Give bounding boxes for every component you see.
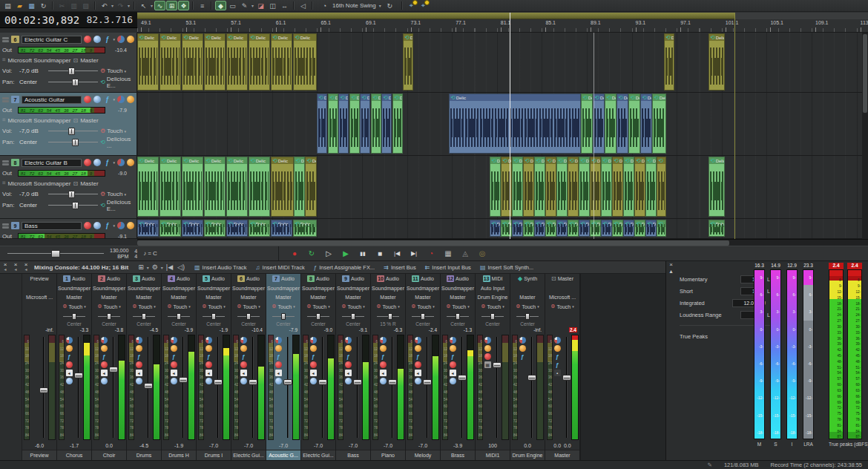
mute-icon[interactable] xyxy=(171,378,177,384)
audio-clip[interactable]: ⟲Delic xyxy=(556,157,568,217)
audio-clip[interactable]: ⟲Delic xyxy=(612,220,623,237)
audio-clip[interactable]: ⟲Delic xyxy=(349,94,360,154)
gain-icon[interactable] xyxy=(171,345,177,352)
object-editor-icon[interactable]: ≡ xyxy=(197,1,208,10)
strip-input[interactable]: Soundmapper xyxy=(197,283,231,292)
mixer-layout-icon-caret[interactable]: ▾ xyxy=(147,265,149,270)
play-from-cursor-button[interactable]: ▷ xyxy=(323,249,334,259)
strip-volume-value[interactable]: 0.0 xyxy=(510,442,545,450)
wet-dry-icon[interactable] xyxy=(117,222,125,229)
swing-reset-icon[interactable]: ↻ xyxy=(384,1,395,10)
audio-clip[interactable]: ⟲Delic xyxy=(590,220,601,237)
pan-handle[interactable] xyxy=(281,313,286,320)
strip-pan-slider[interactable] xyxy=(545,312,579,321)
fader-handle[interactable] xyxy=(249,379,257,385)
automation-mode[interactable]: ⚙Touch▾ xyxy=(100,68,134,74)
audio-clip[interactable]: ⟲Delic xyxy=(381,94,392,154)
gain-icon[interactable] xyxy=(380,345,387,352)
strip-pan-slider[interactable] xyxy=(406,312,440,321)
monitor-icon[interactable]: ◂ xyxy=(310,370,317,376)
automation-caret[interactable]: ▾ xyxy=(433,304,435,309)
output-bus[interactable]: Master xyxy=(80,180,98,187)
fx-icon[interactable]: ƒ xyxy=(103,222,111,229)
audio-clip[interactable]: ⟲Delic xyxy=(545,220,556,237)
record-arm-icon[interactable] xyxy=(171,361,177,368)
wet-dry-icon[interactable] xyxy=(117,96,125,103)
audio-clip[interactable]: ⟲Delic xyxy=(204,220,226,237)
audio-clip[interactable]: ⟲Delic xyxy=(249,157,270,217)
pan-handle[interactable] xyxy=(456,313,460,320)
strip-pan-slider[interactable] xyxy=(301,312,335,321)
audio-clip[interactable]: ⟲Delic xyxy=(160,220,181,237)
mute-icon[interactable] xyxy=(450,378,456,384)
strip-name[interactable]: Electric Gui... xyxy=(231,450,266,460)
track-name[interactable]: Acoustic Guitar xyxy=(22,96,82,104)
strip-input[interactable]: Soundmapper xyxy=(92,283,126,292)
draw-mode-icon[interactable]: ◆ xyxy=(215,1,226,10)
audio-clip[interactable]: ⟲Delic xyxy=(623,157,634,217)
audio-clip[interactable]: ⟲Delic xyxy=(294,157,305,217)
audio-clip[interactable]: ⟲Delic xyxy=(293,220,317,237)
pan-handle[interactable] xyxy=(316,313,320,320)
audio-clip[interactable]: ⟲Delic xyxy=(204,33,226,91)
strip-volume-value[interactable]: 0.0 0.0 xyxy=(545,442,579,450)
automation-caret[interactable]: ▾ xyxy=(293,304,295,309)
audio-clip[interactable]: ⟲Delic xyxy=(601,157,612,217)
strip-output[interactable]: Master xyxy=(57,292,91,301)
automation-mode[interactable]: ⚙Touch▾ xyxy=(100,191,134,197)
wet-dry-icon[interactable] xyxy=(310,337,317,344)
record-arm-icon[interactable] xyxy=(275,361,282,368)
strip-name[interactable]: MIDI1 xyxy=(476,450,510,460)
fx-icon[interactable]: ƒ xyxy=(103,36,111,43)
refresh-icon[interactable]: ↻ xyxy=(38,1,49,10)
punch-record-button[interactable]: ◔ xyxy=(426,249,436,259)
audio-clip[interactable]: ⟲Delic xyxy=(601,220,612,237)
prev-marker-button[interactable]: |◀ xyxy=(392,249,402,259)
gain-icon[interactable] xyxy=(127,36,134,43)
fx-icon[interactable]: ƒ xyxy=(310,353,317,360)
audio-clip[interactable]: ⟲Delic xyxy=(137,33,159,91)
wet-dry-icon[interactable] xyxy=(380,337,387,344)
time-display[interactable]: 00:02:30,892 82.3.716 xyxy=(0,12,137,28)
audio-clip[interactable]: ⟲Delic xyxy=(605,94,617,154)
strip-volume-value[interactable]: 0.0 xyxy=(92,442,126,450)
audio-clip[interactable]: ⟲Delic xyxy=(612,157,623,217)
fader-handle[interactable] xyxy=(388,379,397,385)
mute-icon[interactable] xyxy=(93,222,101,229)
audio-clip[interactable]: ⟲Delic xyxy=(664,33,674,91)
automation-caret[interactable]: ▾ xyxy=(572,304,574,309)
pan-handle[interactable] xyxy=(142,313,146,320)
strip-pan-slider[interactable] xyxy=(441,312,475,321)
strip-name[interactable]: Brass xyxy=(441,450,475,460)
wet-dry-icon[interactable] xyxy=(136,337,142,344)
loudness-panel-rail[interactable]: ×▴ xyxy=(666,261,676,460)
key-signature[interactable]: ♪ = C xyxy=(143,250,157,257)
insert-input-bus[interactable]: ⇇Insert Input Bus xyxy=(425,264,471,271)
gain-icon[interactable] xyxy=(127,159,134,166)
track-lane[interactable]: ⟲Delic⟲Delic⟲Delic⟲Delic⟲Delic⟲Delic⟲Del… xyxy=(137,33,868,92)
audio-clip[interactable]: ⟲Delic xyxy=(556,220,568,237)
strip-output[interactable]: Master xyxy=(162,292,196,301)
strip-output[interactable]: Master xyxy=(406,292,440,301)
track-drag-handle[interactable] xyxy=(2,37,9,42)
record-arm-icon[interactable] xyxy=(206,361,212,368)
wet-dry-icon[interactable] xyxy=(519,337,526,344)
monitor-icon[interactable]: ◂ xyxy=(415,370,421,376)
mixer-close-button[interactable]: ×◂ xyxy=(21,263,31,272)
audio-clip[interactable]: ⟲Delic xyxy=(360,94,370,154)
mute-icon[interactable] xyxy=(136,378,142,384)
insert-assignable-fx[interactable]: ƒInsert Assignable FX... xyxy=(314,264,375,271)
strip-input[interactable]: Soundmapper xyxy=(441,283,475,292)
automation-caret[interactable]: ▾ xyxy=(84,304,86,309)
strip-output[interactable]: Master xyxy=(197,292,231,301)
audio-clip[interactable]: ⟲Delic xyxy=(160,157,181,217)
audio-clip[interactable]: ⟲Delic xyxy=(137,157,159,217)
fx-icon[interactable]: ƒ xyxy=(103,159,111,166)
strip-input[interactable]: Auto Input xyxy=(476,283,510,292)
strip-name[interactable]: Preview xyxy=(22,450,56,460)
monitor-icon[interactable]: ◂ xyxy=(380,370,387,376)
strip-fader[interactable] xyxy=(527,335,536,440)
strip-input[interactable]: Soundmapper xyxy=(301,283,335,292)
dropdown-caret[interactable]: ▾ xyxy=(128,3,130,8)
audio-clip[interactable]: ⟲Delic xyxy=(271,33,292,91)
